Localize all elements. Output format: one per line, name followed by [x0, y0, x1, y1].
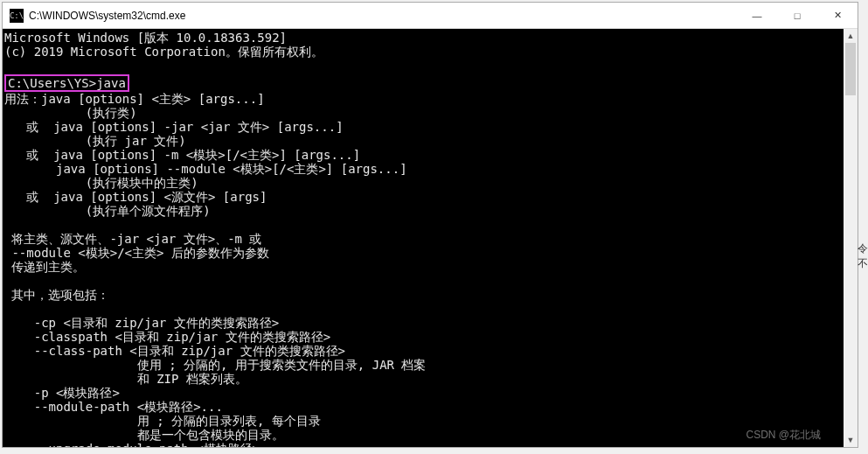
- cropped-char-2: 不: [858, 256, 868, 271]
- ms-windows-version: Microsoft Windows [版本 10.0.18363.592]: [4, 31, 287, 45]
- scrollbar-track[interactable]: [844, 43, 858, 433]
- copyright-line: (c) 2019 Microsoft Corporation。保留所有权利。: [4, 45, 323, 59]
- watermark-text: CSDN @花北城: [746, 428, 821, 442]
- maximize-button[interactable]: □: [777, 3, 817, 28]
- terminal-area: Microsoft Windows [版本 10.0.18363.592] (c…: [3, 29, 858, 447]
- scroll-up-arrow-icon[interactable]: ▲: [844, 29, 858, 43]
- scrollbar-thumb[interactable]: [845, 43, 856, 95]
- close-button[interactable]: ✕: [817, 3, 858, 28]
- scroll-down-arrow-icon[interactable]: ▼: [844, 433, 858, 447]
- cmd-icon: C:\: [10, 9, 24, 23]
- titlebar[interactable]: C:\ C:\WINDOWS\system32\cmd.exe — □ ✕: [3, 3, 858, 29]
- window-controls: — □ ✕: [737, 3, 858, 28]
- prompt-highlight: C:\Users\YS>java: [4, 74, 129, 92]
- cropped-char-1: 令: [858, 241, 868, 256]
- cropped-text: 令 不: [858, 241, 868, 271]
- command-prompt: C:\Users\YS>java: [8, 76, 126, 90]
- cmd-window: C:\ C:\WINDOWS\system32\cmd.exe — □ ✕ Mi…: [2, 2, 858, 448]
- java-usage-output: 用法：java [options] <主类> [args...] (执行类) 或…: [4, 92, 426, 447]
- window-title: C:\WINDOWS\system32\cmd.exe: [29, 10, 737, 22]
- minimize-button[interactable]: —: [737, 3, 777, 28]
- vertical-scrollbar[interactable]: ▲ ▼: [844, 29, 858, 447]
- terminal-output[interactable]: Microsoft Windows [版本 10.0.18363.592] (c…: [3, 29, 844, 447]
